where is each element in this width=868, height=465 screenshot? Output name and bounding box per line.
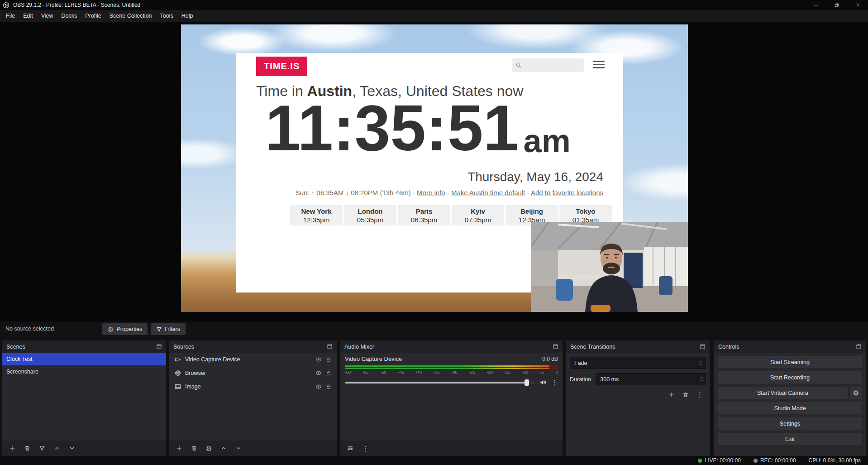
image-icon — [175, 384, 181, 390]
clock-ampm: am — [524, 125, 571, 157]
sources-dock-header[interactable]: Sources — [169, 340, 337, 353]
rec-timer: REC: 00:00:00 — [760, 457, 796, 464]
restore-button[interactable] — [826, 0, 847, 10]
menu-item-view[interactable]: View — [37, 10, 57, 22]
menu-item-help[interactable]: Help — [177, 10, 197, 22]
scene-item-screenshare[interactable]: Screenshare — [2, 365, 166, 378]
link-add-favorite: Add to favorite locations — [531, 189, 603, 197]
scene-transitions-header[interactable]: Scene Transitions — [566, 340, 710, 353]
lock-icon[interactable] — [326, 384, 331, 389]
add-transition-icon[interactable] — [668, 392, 675, 398]
source-row-image[interactable]: Image — [169, 380, 337, 393]
gear-icon: ⚙ — [108, 326, 114, 333]
city-name: London — [344, 207, 396, 215]
spin-up-icon[interactable] — [700, 376, 704, 379]
transition-menu-dots-icon[interactable]: ⋮ — [696, 391, 703, 398]
remove-scene-icon[interactable] — [24, 445, 30, 451]
audio-menu-dots-icon[interactable]: ⋮ — [362, 445, 369, 452]
move-source-down-icon[interactable] — [235, 445, 242, 451]
scenes-dock-title: Scenes — [6, 344, 25, 350]
source-row-video-capture[interactable]: Video Capture Device — [169, 353, 337, 366]
close-button[interactable] — [847, 0, 868, 10]
filters-button[interactable]: Filters — [151, 323, 186, 335]
duration-spinbox[interactable]: 300 ms — [596, 373, 706, 385]
settings-button[interactable]: Settings — [718, 417, 862, 430]
menu-item-tools[interactable]: Tools — [156, 10, 177, 22]
visibility-eye-icon[interactable] — [315, 384, 322, 390]
volume-slider-handle[interactable] — [525, 379, 529, 386]
no-source-selected-label: No source selected — [5, 326, 54, 332]
scenes-dock-header[interactable]: Scenes — [2, 340, 166, 353]
visibility-eye-icon[interactable] — [315, 370, 322, 376]
move-scene-up-icon[interactable] — [54, 445, 60, 451]
speaker-icon[interactable] — [539, 379, 546, 386]
live-indicator-icon — [698, 459, 702, 463]
menu-item-profile[interactable]: Profile — [81, 10, 105, 22]
dock-popout-icon[interactable] — [156, 344, 162, 350]
add-source-icon[interactable] — [176, 445, 182, 451]
audio-mixer-dock: Audio Mixer Video Capture Device 0.0 dB … — [340, 340, 563, 456]
source-row-browser[interactable]: Browser — [169, 366, 337, 380]
timeis-logo: TIME.IS — [256, 57, 307, 76]
scene-transitions-body: Fade Duration 300 ms ⋮ — [566, 353, 710, 456]
volume-slider[interactable] — [345, 382, 534, 384]
start-recording-button[interactable]: Start Recording — [718, 371, 862, 384]
scene-item-clock-test[interactable]: Clock Test — [2, 353, 166, 365]
scene-transitions-dock: Scene Transitions Fade Duration 300 ms — [566, 340, 710, 456]
minimize-button[interactable] — [806, 0, 826, 10]
webcam-overlay — [531, 222, 688, 312]
add-scene-icon[interactable] — [9, 445, 15, 451]
dock-popout-icon[interactable] — [700, 344, 706, 350]
volume-meter: -60-55-50-45-40-35-30-25-20-15-10-50 — [345, 365, 558, 374]
transition-selected-value: Fade — [574, 360, 587, 366]
spin-down-icon[interactable] — [700, 379, 704, 382]
cpu-fps-status: CPU: 0.6%, 30.00 fps — [809, 457, 861, 464]
preview-canvas[interactable]: TIME.IS Time in Austin, Texas, United St… — [181, 24, 688, 312]
sources-toolbar: ⚙ — [169, 441, 337, 456]
timeis-sun-line: Sun: ↑ 06:35AM ↓ 08:20PM (13h 46m) - Mor… — [236, 189, 603, 197]
link-separator: - — [525, 189, 531, 197]
virtual-camera-config-button[interactable]: ⚙ — [850, 387, 862, 399]
city-time: 06:35pm — [398, 216, 450, 224]
filter-icon — [156, 326, 162, 332]
timeis-search-input — [512, 58, 584, 72]
advanced-audio-sliders-icon[interactable] — [347, 445, 353, 451]
live-status: LIVE: 00:00:00 — [698, 457, 740, 464]
city-time: 12:35pm — [290, 216, 343, 224]
dock-popout-icon[interactable] — [553, 344, 558, 350]
menu-item-docks[interactable]: Docks — [57, 10, 81, 22]
exit-button[interactable]: Exit — [718, 433, 862, 445]
sources-dock-title: Sources — [173, 344, 194, 350]
dock-popout-icon[interactable] — [327, 344, 333, 350]
cpu-fps-text: CPU: 0.6%, 30.00 fps — [809, 457, 861, 464]
transition-select[interactable]: Fade — [570, 357, 706, 369]
link-more-info: More info — [417, 189, 445, 197]
audio-mixer-header[interactable]: Audio Mixer — [340, 340, 563, 353]
city-time: 07:35pm — [452, 216, 504, 224]
visibility-eye-icon[interactable] — [315, 356, 322, 363]
menu-item-scene-collection[interactable]: Scene Collection — [105, 10, 156, 22]
source-properties-gear-icon[interactable]: ⚙ — [206, 445, 212, 452]
menu-item-file[interactable]: File — [2, 10, 19, 22]
menu-item-edit[interactable]: Edit — [19, 10, 37, 22]
sources-dock: Sources Video Capture Device Browser Ima… — [169, 340, 337, 456]
properties-button[interactable]: ⚙ Properties — [102, 323, 148, 335]
start-virtual-camera-button[interactable]: Start Virtual Camera — [718, 387, 848, 399]
remove-transition-icon[interactable] — [682, 392, 689, 398]
duration-value: 300 ms — [600, 376, 619, 383]
start-streaming-button[interactable]: Start Streaming — [718, 356, 862, 368]
globe-icon — [175, 370, 181, 376]
statusbar: LIVE: 00:00:00 REC: 00:00:00 CPU: 0.6%, … — [0, 456, 868, 465]
remove-source-icon[interactable] — [191, 445, 197, 451]
preview-area: TIME.IS Time in Austin, Texas, United St… — [0, 22, 868, 321]
move-source-up-icon[interactable] — [220, 445, 227, 451]
controls-header[interactable]: Controls — [714, 340, 866, 353]
scene-transitions-title: Scene Transitions — [570, 344, 615, 350]
move-scene-down-icon[interactable] — [69, 445, 75, 451]
dock-popout-icon[interactable] — [856, 344, 862, 350]
lock-icon[interactable] — [326, 357, 331, 362]
lock-icon[interactable] — [326, 370, 331, 376]
mixer-options-dots-icon[interactable]: ⋮ — [551, 379, 558, 386]
studio-mode-button[interactable]: Studio Mode — [718, 402, 862, 414]
scene-filters-icon[interactable] — [39, 445, 45, 451]
